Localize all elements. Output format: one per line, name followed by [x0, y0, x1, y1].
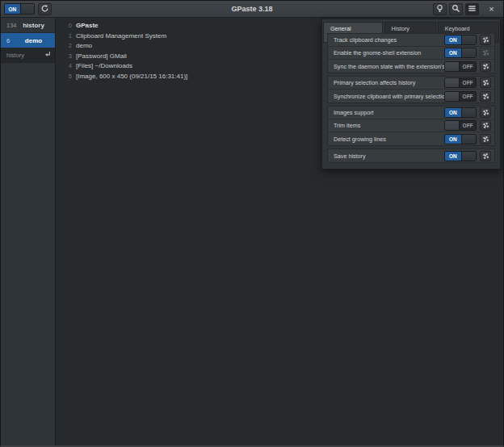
clipboard-item[interactable]: 2 demo: [57, 40, 317, 50]
history-count: 134: [1, 22, 17, 29]
gear-icon: [483, 123, 489, 128]
window-title: GPaste 3.18: [1, 5, 503, 13]
sidebar-item-history[interactable]: 134 history: [1, 18, 55, 33]
switch-state: OFF: [460, 78, 476, 87]
setting-label: Primary selection affects history: [328, 79, 444, 86]
item-text: [Image, 600 x 450 (09/21/15 16:31:41)]: [76, 73, 187, 80]
setting-row-enable-gnome-shell-extension: Enable the gnome-shell extension ON: [328, 47, 494, 60]
item-index: 4: [64, 62, 72, 69]
setting-row-save-history: Save history ON: [328, 149, 494, 162]
setting-row-synchronize-clipboard: Synchronize clipboard with primary selec…: [328, 90, 494, 102]
switch-state: OFF: [460, 62, 476, 71]
setting-label: Trim items: [328, 122, 444, 129]
settings-menu-button[interactable]: [465, 3, 479, 15]
new-history-placeholder: history: [1, 52, 44, 59]
close-button[interactable]: ×: [485, 3, 498, 15]
switch-knob: [445, 62, 460, 71]
enter-arrow-icon: [44, 51, 55, 60]
setting-label: Track clipboard changes: [328, 36, 444, 44]
item-text: demo: [76, 42, 92, 49]
gnome-shell-extension-switch[interactable]: ON: [444, 48, 477, 58]
gear-icon: [483, 94, 489, 99]
item-text: Clipboard Management System: [76, 32, 166, 40]
switch-state: ON: [445, 135, 461, 144]
switch-state: ON: [445, 36, 461, 44]
item-index: 2: [64, 42, 72, 49]
settings-group-history: Save history ON: [327, 148, 495, 163]
clipboard-item[interactable]: 5 [Image, 600 x 450 (09/21/15 16:31:41)]: [57, 71, 317, 81]
refresh-icon: [40, 2, 49, 16]
detect-growing-lines-reset-button[interactable]: [480, 134, 491, 144]
history-sidebar: 134 history 6 demo history: [1, 18, 56, 445]
gear-icon: [483, 64, 489, 69]
item-index: 5: [64, 73, 72, 80]
header-bar: GPaste 3.18 ON: [1, 1, 503, 18]
trim-items-reset-button[interactable]: [480, 120, 491, 131]
settings-popover: General behaviour History settings Keybo…: [321, 19, 501, 169]
detect-growing-lines-switch[interactable]: ON: [444, 134, 477, 144]
gear-icon: [483, 37, 489, 43]
gear-icon: [483, 136, 489, 142]
switch-knob: [461, 108, 476, 117]
gear-icon: [483, 153, 489, 159]
setting-label: Detect growing lines: [328, 136, 444, 143]
history-name: demo: [17, 37, 55, 44]
setting-row-detect-growing-lines: Detect growing lines ON: [328, 132, 494, 145]
item-index: 1: [64, 32, 72, 40]
images-support-reset-button[interactable]: [480, 107, 491, 118]
switch-state: OFF: [460, 92, 476, 101]
switch-state: ON: [445, 48, 461, 57]
switch-knob: [461, 135, 476, 144]
switch-knob: [461, 48, 476, 57]
sidebar-item-demo[interactable]: 6 demo: [1, 33, 55, 48]
new-history-entry[interactable]: history: [1, 48, 55, 63]
setting-row-images-support: Images support ON: [328, 107, 494, 119]
item-index: 0: [64, 22, 72, 29]
gnome-shell-extension-reset-button: [480, 48, 491, 58]
save-history-switch[interactable]: ON: [444, 151, 477, 161]
images-support-switch[interactable]: ON: [444, 107, 477, 118]
settings-group-items: Images support ON Trim items OFF Detect …: [327, 106, 495, 146]
item-text: GPaste: [76, 22, 99, 29]
item-text: [Password] GMail: [76, 52, 127, 60]
menu-icon: [468, 2, 477, 16]
switch-state: ON: [445, 152, 461, 161]
switch-knob: [445, 78, 460, 87]
item-index: 3: [64, 52, 72, 60]
synchronize-clipboard-reset-button[interactable]: [480, 91, 491, 102]
setting-label: Save history: [328, 152, 444, 160]
switch-state: ON: [445, 108, 461, 117]
primary-selection-switch[interactable]: OFF: [444, 77, 477, 88]
setting-row-primary-selection-history: Primary selection affects history OFF: [328, 77, 494, 90]
search-icon: [452, 2, 460, 16]
synchronize-clipboard-switch[interactable]: OFF: [444, 91, 477, 102]
sync-daemon-state-switch[interactable]: OFF: [444, 61, 477, 72]
lightbulb-icon: [435, 2, 444, 16]
about-button[interactable]: [433, 3, 447, 15]
settings-group-primary-selection: Primary selection affects history OFF Sy…: [327, 76, 495, 103]
switch-knob: [461, 152, 476, 161]
gear-icon: [483, 50, 489, 56]
track-clipboard-switch[interactable]: ON: [444, 35, 477, 45]
gear-icon: [483, 80, 489, 86]
sync-daemon-state-reset-button[interactable]: [480, 61, 491, 72]
switch-knob: [445, 92, 460, 101]
track-clipboard-reset-button[interactable]: [480, 35, 491, 45]
switch-knob: [461, 36, 476, 44]
primary-selection-reset-button[interactable]: [480, 77, 491, 88]
setting-label: Sync the daemon state with the extension…: [328, 63, 444, 70]
setting-row-sync-daemon-state: Sync the daemon state with the extension…: [328, 60, 494, 73]
save-history-reset-button[interactable]: [480, 151, 491, 161]
clipboard-item[interactable]: 0 GPaste: [57, 20, 317, 30]
trim-items-switch[interactable]: OFF: [444, 120, 477, 131]
gpaste-window: GPaste 3.18 ON: [0, 0, 504, 447]
setting-label: Synchronize clipboard with primary selec…: [328, 93, 444, 100]
daemon-switch[interactable]: ON: [4, 3, 35, 15]
clipboard-item[interactable]: 4 [Files] ~/Downloads: [57, 61, 317, 70]
clipboard-item[interactable]: 1 Clipboard Management System: [57, 31, 317, 40]
setting-label: Images support: [328, 109, 444, 116]
refresh-button[interactable]: [38, 3, 52, 15]
settings-group-daemon: Track clipboard changes ON Enable the gn…: [327, 33, 495, 73]
clipboard-item[interactable]: 3 [Password] GMail: [57, 51, 317, 61]
search-button[interactable]: [449, 3, 463, 15]
